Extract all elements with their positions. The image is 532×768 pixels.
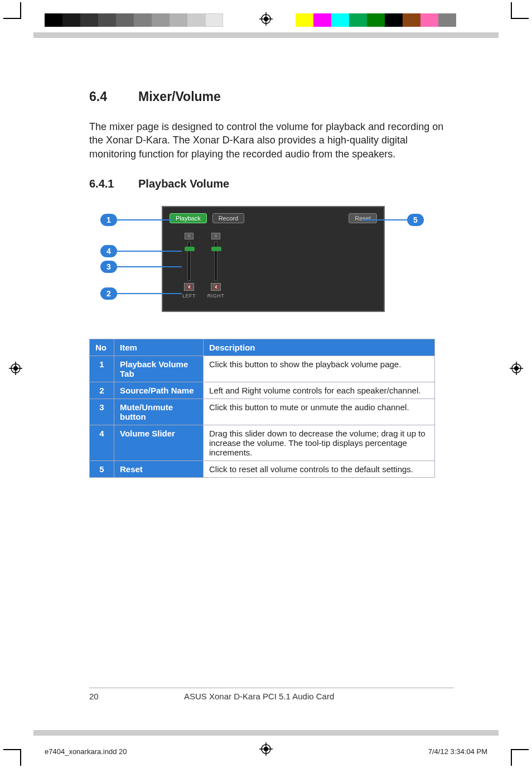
cell-no: 4 [90, 425, 114, 460]
page-number: 20 [89, 692, 184, 701]
cell-no: 5 [90, 460, 114, 477]
callout-5: 5 [362, 214, 424, 226]
callout-bubble: 2 [100, 287, 117, 300]
callout-2: 2 [100, 287, 182, 300]
crop-mark [20, 749, 37, 766]
page: 6.4 Mixer/Volume The mixer page is desig… [33, 39, 499, 729]
callout-bubble: 5 [407, 214, 424, 226]
page-content: 6.4 Mixer/Volume The mixer page is desig… [89, 89, 454, 478]
volume-slider[interactable] [187, 242, 191, 281]
cell-item: Mute/Unmute button [114, 399, 204, 425]
th-description: Description [204, 339, 435, 356]
gray-swatch-strip [45, 13, 223, 27]
description-table: No Item Description 1 Playback Volume Ta… [89, 339, 435, 478]
mute-button[interactable]: 🔇 [184, 283, 194, 291]
section-title: Mixer/Volume [138, 89, 221, 104]
color-swatch-strip [296, 13, 456, 27]
volume-slider[interactable] [214, 242, 217, 281]
callout-bubble: 4 [100, 245, 117, 257]
callout-3: 3 [100, 261, 182, 273]
subsection-title: Playback Volume [138, 177, 229, 190]
subsection-number: 6.4.1 [89, 177, 138, 190]
cell-item: Playback Volume Tab [114, 356, 204, 382]
cell-desc: Left and Right volume controls for each … [204, 382, 435, 399]
trim-gray-bar-top [33, 32, 499, 38]
callout-line [117, 293, 182, 294]
slider-thumb[interactable] [185, 247, 195, 251]
table-row: 5 Reset Click to reset all volume contro… [90, 460, 435, 477]
footer-rule [89, 688, 454, 688]
registration-mark-icon [259, 742, 273, 756]
cell-desc: Drag this slider down to decrease the vo… [204, 425, 435, 460]
intro-paragraph: The mixer page is designed to control th… [89, 120, 446, 161]
cell-item: Volume Slider [114, 425, 204, 460]
cell-desc: Click this button to show the playback v… [204, 356, 435, 382]
cell-item: Source/Path Name [114, 382, 204, 399]
callout-line [117, 266, 182, 267]
mute-button[interactable]: 🔇 [211, 283, 221, 291]
section-number: 6.4 [89, 89, 138, 104]
playback-tab[interactable]: Playback [170, 213, 207, 223]
channel-label: LEFT [182, 293, 196, 299]
crop-mark [495, 749, 512, 766]
th-no: No [90, 339, 114, 356]
callout-line [362, 219, 407, 220]
table-row: 2 Source/Path Name Left and Right volume… [90, 382, 435, 399]
cell-desc: Click this button to mute or unmute the … [204, 399, 435, 425]
crop-mark [20, 2, 37, 19]
cell-no: 1 [90, 356, 114, 382]
registration-mark-icon [259, 12, 273, 26]
cell-desc: Click to reset all volume controls to th… [204, 460, 435, 477]
callout-1: 1 [100, 214, 173, 226]
callout-line [117, 251, 182, 252]
mixer-figure: Playback Record Reset S 🔇 LEFT S 🔇 [100, 206, 446, 323]
table-row: 1 Playback Volume Tab Click this button … [90, 356, 435, 382]
printer-marks-top [0, 0, 532, 33]
crop-mark [495, 2, 512, 19]
printer-marks-bottom [0, 735, 532, 768]
channel-strip-group: S 🔇 LEFT S 🔇 RIGHT [180, 233, 225, 299]
section-heading: 6.4 Mixer/Volume [89, 89, 454, 104]
cell-no: 3 [90, 399, 114, 425]
solo-button[interactable]: S [211, 233, 220, 239]
table-row: 3 Mute/Unmute button Click this button t… [90, 399, 435, 425]
channel-label: RIGHT [207, 293, 225, 299]
callout-line [117, 219, 173, 220]
registration-mark-icon [510, 362, 523, 375]
footer-title: ASUS Xonar D-Kara PCI 5.1 Audio Card [184, 692, 454, 701]
table-header-row: No Item Description [90, 339, 435, 356]
cell-item: Reset [114, 460, 204, 477]
channel-left: S 🔇 LEFT [180, 233, 199, 299]
page-footer: 20 ASUS Xonar D-Kara PCI 5.1 Audio Card [89, 688, 454, 701]
solo-button[interactable]: S [185, 233, 194, 239]
registration-mark-icon [9, 362, 22, 375]
callout-bubble: 3 [100, 261, 117, 273]
subsection-heading: 6.4.1 Playback Volume [89, 177, 454, 190]
mixer-tab-bar: Playback Record Reset [163, 210, 384, 226]
cell-no: 2 [90, 382, 114, 399]
slider-thumb[interactable] [211, 247, 221, 251]
callout-bubble: 1 [100, 214, 117, 226]
channel-right: S 🔇 RIGHT [206, 233, 225, 299]
record-tab[interactable]: Record [212, 213, 244, 223]
th-item: Item [114, 339, 204, 356]
callout-4: 4 [100, 245, 182, 257]
table-row: 4 Volume Slider Drag this slider down to… [90, 425, 435, 460]
mixer-window: Playback Record Reset S 🔇 LEFT S 🔇 [162, 206, 385, 312]
